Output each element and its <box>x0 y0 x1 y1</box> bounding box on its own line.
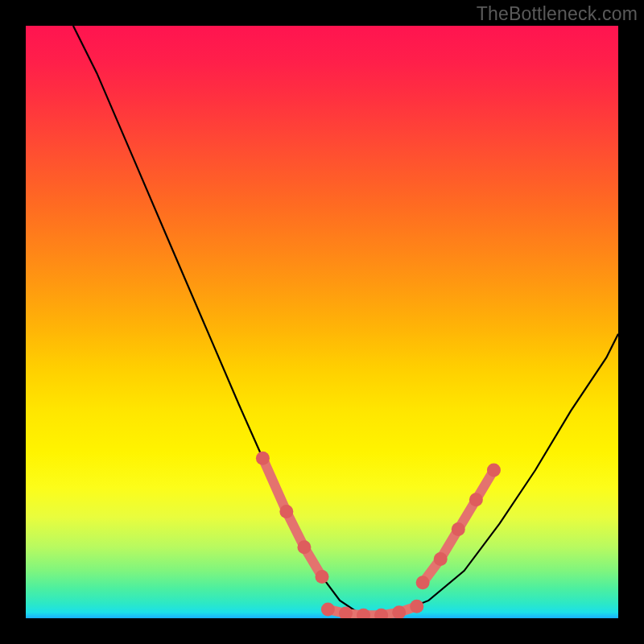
highlight-dot <box>279 505 293 518</box>
highlight-dot <box>357 609 370 618</box>
highlight-dot <box>321 602 335 616</box>
highlight-dot <box>434 552 448 566</box>
bottleneck-curve <box>73 26 618 615</box>
highlight-dot <box>469 493 483 506</box>
highlight-dot <box>416 576 430 589</box>
highlight-dot <box>297 540 311 554</box>
highlight-dot <box>452 522 465 536</box>
highlight-segments <box>256 452 501 618</box>
highlight-dot <box>256 452 270 465</box>
attribution-text: TheBottleneck.com <box>477 3 638 25</box>
highlight-line <box>262 458 286 511</box>
highlight-dot <box>487 464 501 477</box>
chart-overlay <box>26 26 618 618</box>
highlight-dot <box>410 600 423 613</box>
highlight-dot <box>316 570 329 584</box>
plot-area <box>26 26 618 618</box>
